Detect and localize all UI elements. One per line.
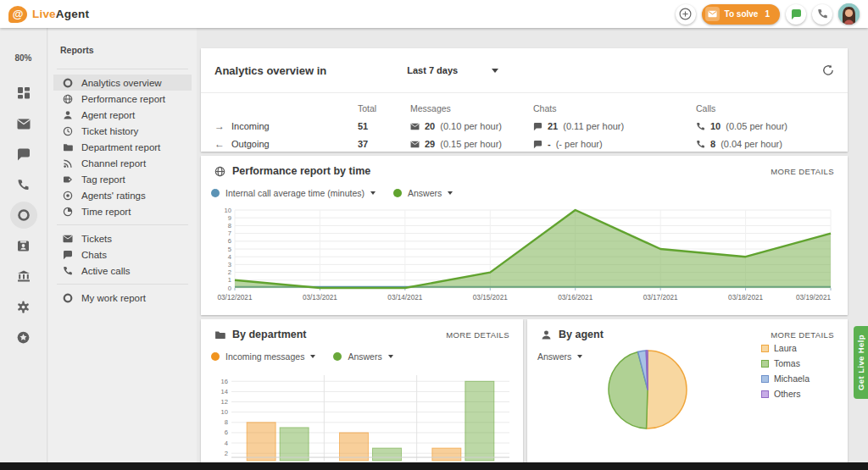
more-details-link[interactable]: MORE DETAILS [771,167,834,176]
sidebar-item-active-calls[interactable]: Active calls [53,263,192,279]
to-solve-label: To solve [725,9,759,19]
bottom-bar [0,462,868,470]
mail-icon [62,233,73,244]
more-details-link[interactable]: MORE DETAILS [771,330,834,340]
section-title: By agent [559,329,604,340]
svg-text:9: 9 [228,214,231,222]
svg-text:4: 4 [228,253,231,261]
pie-chart-icon [62,206,73,217]
svg-text:2: 2 [225,450,228,457]
svg-text:03/13/2021: 03/13/2021 [303,294,337,301]
outgoing-chats: - (- per hour) [533,135,696,152]
chat-bubble-icon [62,249,73,260]
person-icon [62,109,73,120]
legend-incoming-messages[interactable]: Incoming messages [211,351,315,362]
rail-calls-button[interactable] [10,171,37,198]
reports-sidebar: Reports Analytics overview Performance r… [48,28,197,462]
row-label-outgoing: ← Outgoing [214,135,346,152]
target-icon [62,190,73,201]
more-details-link[interactable]: MORE DETAILS [446,330,509,340]
legend-swatch [761,390,769,398]
outgoing-messages: 29 (0.15 per hour) [410,135,533,152]
chat-bubble-icon [17,148,31,161]
sidebar-item-performance-report[interactable]: Performance report [53,91,192,107]
rail-reports-button[interactable] [10,202,37,229]
sidebar-item-my-work-report[interactable]: My work report [53,290,192,306]
sidebar-item-chats[interactable]: Chats [53,246,192,263]
agent-pie-chart[interactable] [605,347,690,432]
series-dot [211,352,220,361]
svg-text:03/12/2021: 03/12/2021 [218,294,253,301]
legend-item-michaela[interactable]: Michaela [761,371,810,386]
refresh-button[interactable] [822,64,834,76]
gear-icon [17,301,30,313]
svg-text:03/14/2021: 03/14/2021 [387,294,422,301]
svg-text:2: 2 [228,268,231,276]
calls-status-button[interactable] [812,4,832,25]
svg-text:03/18/2021: 03/18/2021 [728,294,763,301]
svg-text:0: 0 [228,285,231,292]
svg-text:16: 16 [221,378,228,385]
rail-settings-button[interactable] [10,293,37,320]
to-solve-count-badge: 1 [765,9,770,19]
svg-text:7: 7 [228,229,231,237]
rail-contacts-button[interactable] [10,232,37,259]
mail-icon [17,119,31,130]
sidebar-item-ticket-history[interactable]: Ticket history [53,123,192,139]
chats-status-button[interactable] [786,4,806,25]
rail-addons-button[interactable] [10,323,37,351]
to-solve-button[interactable]: To solve 1 [702,4,780,25]
metric-dropdown[interactable]: Answers [537,351,582,362]
sidebar-item-channel-report[interactable]: Channel report [53,155,192,171]
phone-icon [696,140,705,149]
by-agent-card: By agent MORE DETAILS Answers Laura Toma… [527,319,848,462]
legend-item-tomas[interactable]: Tomas [761,356,810,371]
history-clock-icon [62,125,73,136]
phone-icon [17,179,30,191]
chevron-down-icon [370,191,376,195]
create-new-button[interactable] [676,4,696,25]
sidebar-item-department-report[interactable]: Department report [53,139,192,155]
rail-chats-button[interactable] [10,141,37,168]
svg-text:03/19/2021: 03/19/2021 [796,294,831,301]
sidebar-item-time-report[interactable]: Time report [53,203,192,219]
row-label-incoming: → Incoming [214,118,346,135]
person-icon [541,329,552,340]
phone-icon [696,122,705,131]
sidebar-item-tickets[interactable]: Tickets [53,230,192,246]
sidebar-item-agent-report[interactable]: Agent report [53,107,192,123]
department-bar-chart[interactable]: 246810121416 [214,373,509,461]
rail-dashboard-button[interactable] [10,80,37,107]
legend-answers[interactable]: Answers [393,188,453,198]
rail-academy-button[interactable] [10,263,37,290]
refresh-icon [822,64,834,76]
rail-tickets-button[interactable] [10,110,37,137]
legend-item-laura[interactable]: Laura [761,340,810,356]
stats-table: Total Messages Chats Calls → Incoming 51… [201,93,848,152]
svg-text:10: 10 [225,207,231,214]
sidebar-item-tag-report[interactable]: Tag report [53,171,192,187]
legend-internal-call-avg[interactable]: Internal call average time (minutes) [211,188,376,198]
sidebar-item-agents-ratings[interactable]: Agents' ratings [53,187,192,203]
svg-text:1: 1 [228,276,231,284]
svg-text:8: 8 [225,418,228,426]
date-range-dropdown[interactable]: Last 7 days [407,65,498,75]
incoming-messages: 20 (0.10 per hour) [410,118,533,135]
user-avatar[interactable] [838,3,860,25]
chat-bubble-icon [791,9,802,19]
sidebar-item-analytics-overview[interactable]: Analytics overview [53,75,192,91]
top-bar: @ LiveAgent To solve 1 [0,0,868,28]
col-header-chats: Chats [533,100,696,117]
liveagent-logo[interactable]: @ LiveAgent [8,6,89,23]
phone-icon [817,8,828,19]
legend-answers[interactable]: Answers [333,351,392,362]
svg-text:10: 10 [221,408,228,416]
chevron-down-icon [577,355,582,358]
get-live-help-button[interactable]: Get Live Help [854,326,868,399]
chat-bubble-icon [533,122,542,131]
performance-area-chart[interactable]: 01234567891003/12/202103/13/202103/14/20… [214,205,834,303]
legend-item-others[interactable]: Others [761,386,810,401]
outgoing-total: 37 [346,135,410,152]
legend-swatch [761,345,769,352]
svg-text:12: 12 [221,398,228,406]
